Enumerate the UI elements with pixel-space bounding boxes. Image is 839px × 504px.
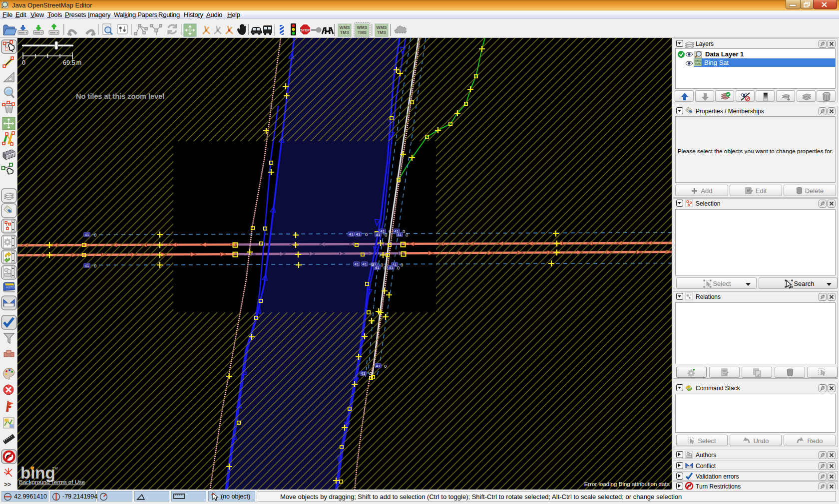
svg-text:0: 0 [94, 232, 96, 238]
svg-text:Background Terms of Use: Background Terms of Use [19, 479, 85, 485]
svg-text:41: 41 [361, 371, 366, 376]
svg-text:TMS: TMS [340, 30, 349, 35]
svg-text:41: 41 [395, 229, 399, 234]
svg-text:41: 41 [85, 263, 89, 268]
svg-text:TM: TM [52, 466, 58, 471]
svg-text:41: 41 [375, 265, 380, 270]
svg-text:0: 0 [403, 229, 405, 234]
svg-text:No tiles at this zoom level: No tiles at this zoom level [76, 92, 164, 100]
svg-text:0: 0 [384, 363, 387, 369]
svg-text:0: 0 [401, 262, 403, 267]
svg-text:WMS: WMS [340, 25, 350, 30]
svg-text:>>: >> [4, 481, 11, 488]
svg-text:41: 41 [376, 364, 381, 368]
svg-text:0: 0 [371, 261, 374, 267]
svg-text:Error loading Bing attribution: Error loading Bing attribution data [584, 481, 670, 487]
svg-text:41: 41 [356, 232, 361, 237]
svg-text:0: 0 [389, 229, 391, 234]
svg-text:0: 0 [381, 262, 383, 267]
svg-text:0: 0 [365, 232, 368, 237]
svg-text:0: 0 [384, 265, 386, 270]
svg-text:TMS: TMS [358, 30, 367, 35]
svg-text:69.5 m: 69.5 m [63, 59, 81, 66]
svg-text:STOP: STOP [301, 28, 310, 32]
svg-text:0: 0 [385, 232, 387, 238]
svg-text:0: 0 [369, 371, 372, 376]
svg-text:41: 41 [349, 232, 354, 237]
svg-text:0: 0 [397, 265, 400, 270]
svg-text:41: 41 [389, 265, 394, 270]
svg-text:TMS: TMS [377, 30, 386, 35]
svg-text:41: 41 [355, 262, 359, 266]
svg-text:41: 41 [363, 262, 367, 266]
svg-text:WMS: WMS [357, 25, 368, 30]
svg-text:0: 0 [22, 59, 25, 66]
svg-text:41: 41 [85, 233, 89, 237]
svg-text:0: 0 [406, 232, 408, 238]
svg-text:0: 0 [94, 263, 96, 268]
svg-text:HISTORY: HISTORY [6, 286, 17, 289]
svg-text:WMS: WMS [377, 25, 387, 30]
svg-text:TMS: TMS [695, 62, 701, 65]
